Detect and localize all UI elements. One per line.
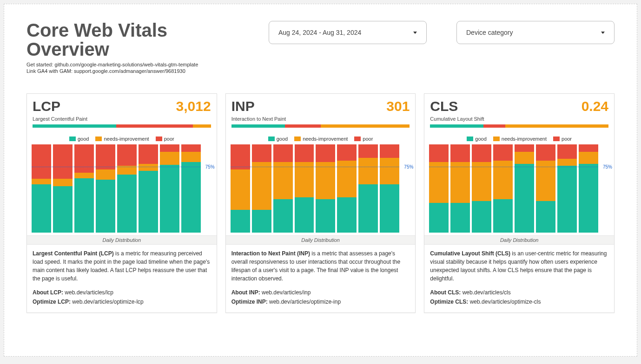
threshold-line: [231, 167, 400, 167]
bar: [96, 144, 115, 233]
chart-legend: goodneeds-improvementpoor: [226, 136, 416, 142]
metric-value: 3,012: [176, 98, 211, 114]
sub-link-2: Link GA4 with GAM: support.google.com/ad…: [26, 68, 239, 74]
optimize-link[interactable]: web.dev/articles/optimize-lcp: [72, 299, 143, 305]
chevron-down-icon: [413, 32, 417, 34]
bar: [579, 144, 598, 233]
bar: [160, 144, 179, 233]
metric-description: Cumulative Layout Shift (CLS) is an user…: [424, 245, 614, 312]
metric-card-lcp: LCP3,012Largest Contentful Paintgoodneed…: [26, 93, 217, 313]
metric-full-name: Cumulative Layout Shift: [430, 116, 608, 122]
optimize-link[interactable]: web.dev/articles/optimize-cls: [470, 299, 541, 305]
chart-legend: goodneeds-improvementpoor: [424, 136, 614, 142]
bar: [32, 144, 51, 233]
device-category-select[interactable]: Device category: [456, 21, 615, 44]
bar: [117, 144, 137, 233]
metric-card-inp: INP301Interaction to Next Paintgoodneeds…: [225, 93, 416, 313]
bar: [450, 144, 470, 233]
bar: [316, 144, 335, 233]
bar: [53, 144, 73, 233]
metric-abbr: CLS: [430, 98, 458, 114]
threshold-line: [429, 167, 598, 167]
metric-description: Interaction to Next Paint (INP) is a met…: [226, 245, 416, 312]
metric-full-name: Largest Contentful Paint: [33, 116, 211, 122]
metric-cards-row: LCP3,012Largest Contentful Paintgoodneed…: [26, 93, 615, 313]
bar: [139, 144, 158, 233]
optimize-link[interactable]: web.dev/articles/optimize-inp: [269, 299, 341, 305]
chevron-down-icon: [601, 32, 605, 34]
date-range-picker[interactable]: Aug 24, 2024 - Aug 31, 2024: [269, 21, 427, 44]
bar: [337, 144, 357, 233]
header-row: Core Web Vitals Overview Get started: gi…: [26, 21, 615, 74]
chart-caption: Daily Distribution: [424, 235, 614, 245]
metric-value: 0.24: [582, 98, 608, 114]
bar: [74, 144, 94, 233]
threshold-line: [32, 167, 201, 167]
bar: [429, 144, 449, 233]
summary-distribution-bar: [231, 124, 410, 128]
bar: [252, 144, 271, 233]
about-link[interactable]: web.dev/articles/cls: [463, 289, 511, 296]
bar: [380, 144, 399, 233]
daily-distribution-chart: 75%: [27, 144, 217, 233]
bar: [515, 144, 534, 233]
date-range-value: Aug 24, 2024 - Aug 31, 2024: [278, 29, 361, 36]
metric-full-name: Interaction to Next Paint: [231, 116, 410, 122]
metric-card-cls: CLS0.24Cumulative Layout Shiftgoodneeds-…: [424, 93, 615, 313]
bar: [231, 144, 250, 233]
daily-distribution-chart: 75%: [226, 144, 416, 233]
device-category-value: Device category: [466, 29, 513, 36]
bar: [557, 144, 577, 233]
threshold-label: 75%: [603, 164, 612, 169]
page-title: Core Web Vitals Overview: [26, 21, 239, 59]
bar: [273, 144, 293, 233]
threshold-label: 75%: [205, 164, 215, 169]
bar: [536, 144, 555, 233]
dashboard-page: Core Web Vitals Overview Get started: gi…: [4, 4, 637, 357]
daily-distribution-chart: 75%: [424, 144, 614, 233]
metric-description: Largest Contentful Paint (LCP) is a metr…: [27, 245, 217, 312]
metric-abbr: LCP: [33, 98, 60, 114]
bar: [493, 144, 513, 233]
bar: [181, 144, 201, 233]
bar: [358, 144, 378, 233]
chart-caption: Daily Distribution: [27, 235, 217, 245]
bar: [472, 144, 491, 233]
metric-value: 301: [386, 98, 410, 114]
summary-distribution-bar: [430, 124, 608, 128]
title-block: Core Web Vitals Overview Get started: gi…: [26, 21, 239, 74]
sub-link-1: Get started: github.com/google-marketing…: [26, 62, 239, 67]
about-link[interactable]: web.dev/articles/inp: [262, 289, 311, 296]
chart-legend: goodneeds-improvementpoor: [27, 136, 217, 142]
about-link[interactable]: web.dev/articles/lcp: [65, 289, 113, 296]
metric-abbr: INP: [231, 98, 255, 114]
threshold-label: 75%: [404, 164, 413, 169]
bar: [295, 144, 314, 233]
chart-caption: Daily Distribution: [226, 235, 416, 245]
summary-distribution-bar: [33, 124, 211, 128]
